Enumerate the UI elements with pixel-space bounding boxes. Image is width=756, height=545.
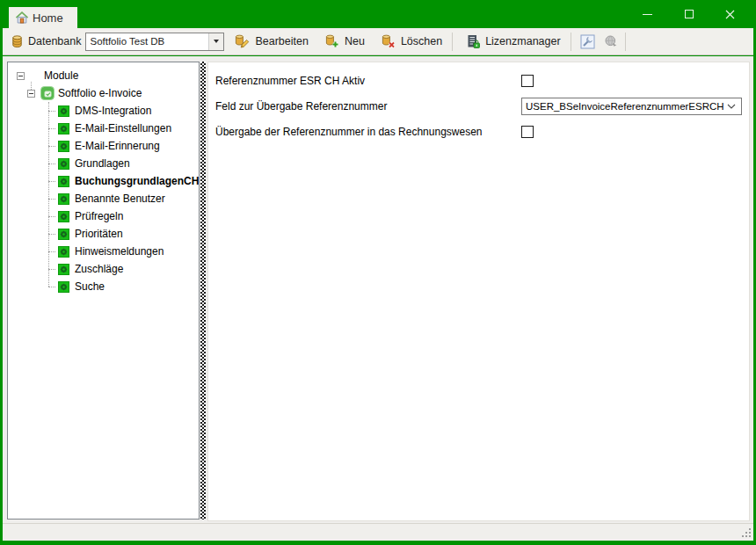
bearbeiten-button[interactable]: Bearbeiten xyxy=(228,32,314,51)
tab-home-label: Home xyxy=(33,11,63,25)
module-icon xyxy=(58,176,69,187)
tree-item-hinweismeldungen[interactable]: Hinweismeldungen xyxy=(8,243,199,260)
collapse-expander-icon[interactable] xyxy=(17,72,25,80)
lizenzmanager-button[interactable]: Lizenzmanager xyxy=(460,32,566,51)
resize-grip-dots xyxy=(749,528,751,530)
module-icon xyxy=(58,229,69,240)
tree-branch-line xyxy=(48,181,55,182)
tree-branch-line xyxy=(48,199,55,200)
gear-icon xyxy=(60,265,68,273)
tree-branch-line xyxy=(48,269,55,270)
feld-zur-ubergabe-referenznummer-select[interactable]: USER_BSeInvoiceReferenznummerESRCH xyxy=(521,98,742,115)
field-label: Feld zur Übergabe Referenznummer xyxy=(215,100,521,113)
tree-item-e-mail-erinnerung[interactable]: E-Mail-Erinnerung xyxy=(8,137,199,155)
minimize-button[interactable] xyxy=(627,0,668,28)
tree-item-grundlagen[interactable]: Grundlagen xyxy=(8,155,199,172)
tree-branch-line xyxy=(48,128,55,129)
gear-icon xyxy=(60,178,68,185)
tree-item-zuschlage[interactable]: Zuschläge xyxy=(8,260,199,278)
tree-item-buchungsgrundlagench[interactable]: BuchungsgrundlagenCH xyxy=(8,172,199,190)
maximize-icon xyxy=(685,10,694,18)
loeschen-button[interactable]: Löschen xyxy=(374,32,448,51)
gear-icon xyxy=(60,142,68,150)
module-icon xyxy=(58,141,69,152)
bearbeiten-label: Bearbeiten xyxy=(255,35,308,47)
toolbar: Datenbank Softfolio Test DB Bearbeiten xyxy=(3,28,753,55)
module-tree: ModuleSoftfolio e-InvoiceDMS-Integration… xyxy=(8,62,199,519)
tree-branch-line xyxy=(48,164,55,164)
settings-form: Referenznummer ESR CH AktivFeld zur Über… xyxy=(208,62,749,149)
panel-splitter[interactable] xyxy=(200,62,206,520)
gear-icon xyxy=(60,283,68,291)
tree-connector xyxy=(48,102,49,287)
web-globe-button[interactable] xyxy=(600,32,622,51)
referenznummer-esr-ch-aktiv-checkbox[interactable] xyxy=(521,75,534,87)
gear-icon xyxy=(60,195,68,203)
toolbar-separator xyxy=(571,33,571,51)
close-icon xyxy=(725,10,735,19)
tree-branch-line xyxy=(48,287,55,287)
neu-label: Neu xyxy=(345,35,365,47)
tab-home[interactable]: Home xyxy=(9,7,77,28)
statusbar xyxy=(3,523,753,541)
module-icon xyxy=(58,193,69,205)
database-dropdown-button[interactable] xyxy=(208,33,223,50)
window-controls xyxy=(627,0,751,28)
tree-item-softfolio-e-invoice[interactable]: Softfolio e-Invoice xyxy=(8,84,199,102)
module-tree-panel: ModuleSoftfolio e-InvoiceDMS-Integration… xyxy=(7,62,200,520)
database-add-icon xyxy=(324,34,339,48)
gear-icon xyxy=(60,107,68,115)
collapse-expander-icon[interactable] xyxy=(27,90,35,98)
content-area: ModuleSoftfolio e-InvoiceDMS-Integration… xyxy=(3,56,753,523)
tree-item-prioritaten[interactable]: Prioritäten xyxy=(8,225,199,243)
tree-branch-line xyxy=(48,111,55,112)
tree-item-e-mail-einstellungen[interactable]: E-Mail-Einstellungen xyxy=(8,120,199,137)
gear-icon xyxy=(60,160,68,168)
tree-item-benannte-benutzer[interactable]: Benannte Benutzer xyxy=(8,190,199,207)
lizenzmanager-label: Lizenzmanager xyxy=(485,35,560,47)
toolbar-separator xyxy=(452,33,453,51)
loeschen-label: Löschen xyxy=(401,35,442,47)
module-icon xyxy=(58,123,69,134)
chevron-down-icon xyxy=(727,104,736,109)
tree-item-prufregeln[interactable]: Prüfregeln xyxy=(8,207,199,225)
maximize-button[interactable] xyxy=(668,0,709,28)
globe-icon xyxy=(604,34,618,48)
tree-branch-line xyxy=(48,234,55,235)
ubergabe-der-referenznummer-in-das-rechnungswesen-checkbox[interactable] xyxy=(521,126,534,138)
home-icon xyxy=(15,11,29,25)
gear-icon xyxy=(60,230,68,238)
gear-icon xyxy=(60,125,68,133)
resize-grip[interactable] xyxy=(741,528,751,538)
neu-button[interactable]: Neu xyxy=(318,32,371,51)
tree-branch-line xyxy=(48,251,55,252)
toolbar-separator xyxy=(625,33,626,51)
tree-item-suche[interactable]: Suche xyxy=(8,278,199,295)
settings-panel: Referenznummer ESR CH AktivFeld zur Über… xyxy=(207,62,750,521)
app-window: Home Datenbank Softfolio Test DB xyxy=(0,0,756,545)
datenbank-label: Datenbank xyxy=(28,35,81,47)
module-icon xyxy=(58,211,69,222)
license-document-lock-icon xyxy=(466,34,480,48)
tree-branch-line xyxy=(48,146,55,147)
field-label: Übergabe der Referenznummer in das Rechn… xyxy=(215,126,521,138)
form-row: Übergabe der Referenznummer in das Rechn… xyxy=(215,119,742,144)
form-row: Feld zur Übergabe ReferenznummerUSER_BSe… xyxy=(215,93,742,119)
close-button[interactable] xyxy=(709,0,751,28)
titlebar: Home xyxy=(0,0,756,28)
database-combobox-value: Softfolio Test DB xyxy=(86,33,208,50)
settings-wrench-button[interactable] xyxy=(577,32,599,52)
module-icon xyxy=(58,281,69,293)
database-delete-icon xyxy=(381,34,396,48)
database-icon xyxy=(11,34,24,48)
module-icon xyxy=(58,264,69,275)
module-icon xyxy=(58,158,69,170)
tree-item-dms-integration[interactable]: DMS-Integration xyxy=(8,102,199,120)
database-combobox[interactable]: Softfolio Test DB xyxy=(85,33,224,51)
wrench-icon xyxy=(580,34,595,49)
tree-item-module[interactable]: Module xyxy=(8,67,199,84)
softfolio-app-icon xyxy=(40,86,55,100)
minimize-icon xyxy=(643,14,652,15)
gear-icon xyxy=(60,213,68,221)
tree-branch-line xyxy=(48,216,55,217)
